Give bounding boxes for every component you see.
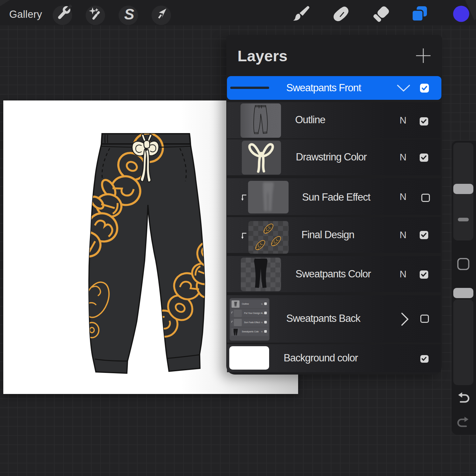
svg-text:S: S xyxy=(124,6,134,23)
